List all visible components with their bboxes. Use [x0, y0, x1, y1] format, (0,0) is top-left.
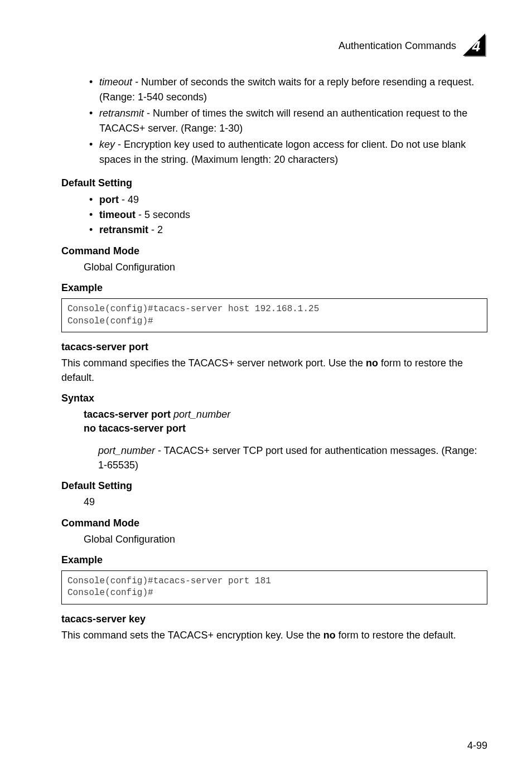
- list-item: retransmit - 2: [89, 222, 487, 238]
- code-line: Console(config)#tacacs-server port 181: [67, 575, 481, 588]
- syntax-heading: Syntax: [61, 393, 487, 404]
- page-header: Authentication Commands 4: [61, 33, 487, 58]
- default-setting-heading: Default Setting: [61, 177, 487, 189]
- code-line: Console(config)#tacacs-server host 192.1…: [67, 303, 481, 316]
- example-heading-2: Example: [61, 554, 487, 566]
- header-title: Authentication Commands: [338, 40, 456, 52]
- default-setting-heading-2: Default Setting: [61, 480, 487, 492]
- list-item: timeout - Number of seconds the switch w…: [89, 75, 487, 105]
- command-mode-text: Global Configuration: [84, 260, 487, 274]
- command-mode-text-2: Global Configuration: [84, 533, 487, 546]
- svg-text:4: 4: [472, 38, 481, 55]
- code-line: Console(config)#: [67, 316, 481, 328]
- section-title: tacacs-server port: [61, 341, 487, 353]
- command-mode-heading-2: Command Mode: [61, 517, 487, 529]
- default-setting-list: port - 49 timeout - 5 seconds retransmit…: [89, 192, 487, 238]
- list-item: key - Encryption key used to authenticat…: [89, 137, 487, 167]
- chapter-badge-icon: 4: [463, 33, 487, 58]
- list-item: timeout - 5 seconds: [89, 207, 487, 222]
- section-description: This command specifies the TACACS+ serve…: [61, 356, 487, 384]
- code-line: Console(config)#: [67, 587, 481, 599]
- list-item: retransmit - Number of times the switch …: [89, 106, 487, 136]
- section-description-3: This command sets the TACACS+ encryption…: [61, 628, 487, 642]
- syntax-line: no tacacs-server port: [84, 422, 487, 436]
- default-setting-value: 49: [84, 495, 487, 509]
- syntax-block: tacacs-server port port_number no tacacs…: [84, 408, 487, 436]
- code-example-2: Console(config)#tacacs-server port 181 C…: [61, 570, 487, 604]
- top-parameters-list: timeout - Number of seconds the switch w…: [89, 75, 487, 167]
- syntax-line: tacacs-server port port_number: [84, 408, 487, 422]
- syntax-parameter-desc: port_number - TACACS+ server TCP port us…: [98, 443, 487, 472]
- command-mode-heading: Command Mode: [61, 245, 487, 257]
- code-example-1: Console(config)#tacacs-server host 192.1…: [61, 298, 487, 332]
- section-title-3: tacacs-server key: [61, 613, 487, 625]
- page-number: 4-99: [467, 740, 487, 752]
- list-item: port - 49: [89, 192, 487, 207]
- example-heading: Example: [61, 282, 487, 294]
